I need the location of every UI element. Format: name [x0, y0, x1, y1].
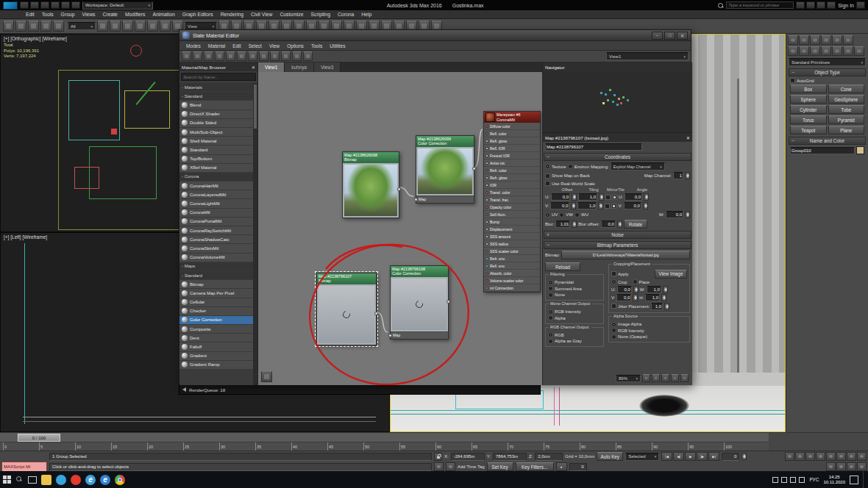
crop-place-radio[interactable]	[611, 279, 616, 284]
select-and-link-icon[interactable]	[28, 21, 39, 32]
slot-socket[interactable]	[485, 154, 488, 157]
object-color-swatch[interactable]	[856, 146, 864, 154]
material-slot[interactable]: Aniso rot.	[484, 159, 540, 167]
object-type-rollout[interactable]: Object Type	[789, 68, 866, 76]
favorites-icon[interactable]	[806, 1, 815, 9]
browser-item[interactable]: Top/Bottom	[179, 155, 253, 164]
browser-item[interactable]: Blend	[179, 101, 253, 110]
browser-item[interactable]: CoronaMtl	[179, 209, 253, 218]
internet-explorer-icon[interactable]	[100, 475, 110, 485]
slot-socket[interactable]	[485, 206, 488, 209]
previous-frame-icon[interactable]: ◀|	[673, 452, 684, 461]
blur-offset-spinner[interactable]	[617, 220, 622, 228]
zoom-icon[interactable]	[785, 452, 794, 461]
slate-menu-item[interactable]: Modes	[182, 43, 204, 49]
mapping-select[interactable]: Explicit Map Channel▾	[611, 162, 665, 171]
material-slot[interactable]: Transl. color	[484, 189, 540, 196]
filtering-radio[interactable]	[548, 293, 553, 298]
material-slot[interactable]: ml Connection	[484, 284, 540, 292]
alpha-source-radio[interactable]	[611, 328, 616, 333]
isolate-selection-icon[interactable]	[434, 462, 444, 471]
browser-item[interactable]: Bitmap	[179, 280, 253, 289]
u-angle-field[interactable]: 0,0	[625, 193, 642, 201]
view-tab[interactable]: kuhnya	[285, 62, 314, 72]
slot-socket[interactable]	[485, 213, 488, 216]
key-mode-toggle-icon[interactable]: ●	[556, 462, 567, 471]
show-brother-icon[interactable]	[248, 51, 257, 61]
view-tab[interactable]: View3	[314, 62, 341, 72]
view-image-button[interactable]: View Image	[655, 270, 687, 279]
u-angle-spinner[interactable]	[644, 193, 649, 201]
geometry-icon[interactable]	[788, 46, 798, 56]
material-id-channel-icon[interactable]	[281, 51, 291, 61]
slot-socket[interactable]	[485, 125, 488, 128]
select-tool-icon[interactable]	[182, 51, 191, 61]
start-button[interactable]	[3, 476, 11, 484]
show-parent-icon[interactable]	[237, 51, 246, 61]
lights-icon[interactable]	[810, 46, 820, 56]
browser-item[interactable]: Cellular	[179, 298, 253, 307]
browser-item[interactable]: Gradient Ramp	[179, 361, 253, 370]
show-map-on-back-checkbox[interactable]	[545, 173, 550, 179]
browser-item[interactable]: Dent	[179, 334, 253, 342]
browser-item[interactable]: - Standard	[179, 271, 253, 280]
browser-item[interactable]: XRef Material	[179, 164, 253, 173]
material-slot[interactable]: Refr. gloss	[484, 174, 540, 182]
lay-out-children-icon[interactable]	[270, 51, 280, 61]
browser-item[interactable]: - Corona	[179, 173, 253, 182]
x-coordinate-field[interactable]: -264,695m	[451, 453, 485, 461]
selection-lock-icon[interactable]	[434, 453, 442, 461]
w-angle-field[interactable]: 0,0	[666, 211, 683, 218]
output-socket[interactable]	[397, 187, 401, 191]
bitmap-parameters-rollout[interactable]: Bitmap Parameters	[544, 241, 691, 249]
menu-item[interactable]: Corona	[334, 12, 357, 17]
navigator-panel[interactable]	[543, 71, 692, 133]
u-tile-checkbox[interactable]	[612, 195, 617, 200]
task-view-icon[interactable]	[28, 476, 37, 484]
crop-v-spinner[interactable]	[633, 294, 638, 301]
browser-item[interactable]: Standard	[179, 146, 253, 154]
uv-radio[interactable]	[545, 212, 550, 218]
coordinates-rollout[interactable]: Coordinates	[544, 153, 691, 161]
3dsmax-logo-icon[interactable]	[3, 1, 18, 10]
pan-icon[interactable]	[826, 452, 836, 461]
close-button[interactable]: ✕	[677, 32, 688, 40]
u-tiling-spinner[interactable]	[599, 193, 604, 201]
slate-menu-item[interactable]: Tools	[307, 43, 326, 49]
browser-item[interactable]: Multi/Sub-Object	[179, 128, 253, 137]
material-slot[interactable]: Fresnel IOR	[484, 152, 540, 159]
v-angle-field[interactable]: 0,0	[624, 202, 641, 209]
slot-socket[interactable]	[485, 140, 488, 143]
maximize-button[interactable]: □	[664, 32, 675, 40]
use-real-world-scale-checkbox[interactable]	[545, 181, 550, 186]
browser-item[interactable]: CoronaVolumeMtl	[179, 254, 253, 262]
lay-out-all-icon[interactable]	[259, 51, 268, 61]
unlink-selection-icon[interactable]	[40, 21, 51, 32]
blur-spinner[interactable]	[572, 220, 577, 228]
menu-item[interactable]: Scripting	[307, 12, 333, 17]
texture-radio[interactable]	[545, 164, 550, 169]
slot-socket[interactable]	[485, 198, 488, 201]
tray-expand-icon[interactable]	[772, 477, 778, 483]
v-tiling-spinner[interactable]	[598, 202, 603, 209]
network-icon[interactable]	[799, 477, 805, 483]
crop-w-spinner[interactable]	[663, 286, 668, 293]
primitive-button[interactable]: Tube	[828, 105, 865, 114]
maximize-viewport-toggle-icon[interactable]	[857, 462, 867, 471]
w-angle-spinner[interactable]	[685, 211, 690, 218]
u-offset-spinner[interactable]	[572, 193, 577, 201]
browser-item[interactable]: Checker	[179, 307, 253, 316]
show-end-result-icon[interactable]	[226, 51, 235, 61]
show-desktop-button[interactable]	[863, 471, 865, 488]
name-and-color-rollout[interactable]: Name and Color	[789, 137, 866, 145]
slot-socket[interactable]	[485, 162, 488, 165]
input-socket[interactable]	[414, 198, 418, 201]
material-slot[interactable]: Bump	[484, 218, 540, 226]
selection-filter-select[interactable]: All▾	[68, 22, 96, 30]
v-tile-checkbox[interactable]	[611, 204, 616, 209]
minimize-button[interactable]: −	[652, 32, 663, 40]
browser-item[interactable]: CoronaRaySwitchMtl	[179, 226, 253, 235]
slate-menu-item[interactable]: Utilities	[326, 43, 349, 49]
v-mirror-checkbox[interactable]	[605, 204, 610, 209]
primitive-button[interactable]: Torus	[790, 115, 827, 124]
